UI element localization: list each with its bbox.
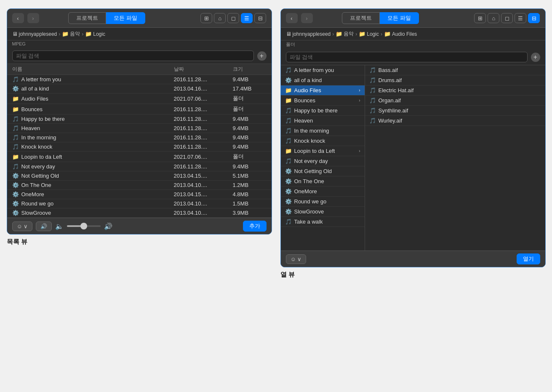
list-row[interactable]: 🎵 Happy to be there 2016.11.28.... 9.4MB bbox=[7, 115, 272, 124]
col-file-icon: 📁 bbox=[285, 87, 292, 93]
col-row[interactable]: 🎵 Take a walk bbox=[281, 217, 365, 227]
doc-view-btn[interactable]: ◻ bbox=[227, 13, 239, 23]
action-btn[interactable]: ☺ ∨ bbox=[12, 221, 33, 231]
col-row[interactable]: 🎵 Organ.aif bbox=[365, 96, 545, 106]
speaker-btn[interactable]: 🔊 bbox=[36, 221, 52, 231]
tab-all-files[interactable]: 모든 파일 bbox=[106, 12, 145, 24]
col-row[interactable]: 🎵 In the morning bbox=[281, 126, 365, 136]
list-row[interactable]: ⚙️ all of a kind 2013.04.16.... 17.4MB bbox=[7, 84, 272, 93]
col-tab-project[interactable]: 프로젝트 bbox=[342, 12, 380, 24]
col-row[interactable]: 🎵 Bass.aif bbox=[365, 65, 545, 75]
list-row[interactable]: 📁 Loopin to da Left 2021.07.06.... 폴더 bbox=[7, 152, 272, 162]
volume-slider[interactable] bbox=[67, 225, 101, 227]
col-crumb-user[interactable]: 🖥 johnnyappleseed bbox=[286, 31, 331, 37]
list-body: 🎵 A letter from you 2016.11.28.... 9.4MB… bbox=[7, 75, 272, 218]
col-col-view-btn[interactable]: ⊟ bbox=[528, 13, 540, 23]
col-audio-icon: 📁 bbox=[384, 31, 391, 37]
col-crumb-audio[interactable]: 📁 Audio Files bbox=[384, 31, 417, 37]
list-row[interactable]: ⚙️ Round we go 2013.04.10.... 1.5MB bbox=[7, 199, 272, 208]
col-add-search-btn[interactable]: + bbox=[531, 53, 540, 62]
list-cell-size: 폴더 bbox=[233, 95, 267, 102]
list-row[interactable]: ⚙️ On The One 2013.04.10.... 1.2MB bbox=[7, 181, 272, 190]
list-view-btn[interactable]: ☰ bbox=[241, 13, 253, 23]
list-row[interactable]: 🎵 Heaven 2016.11.28.... 9.4MB bbox=[7, 124, 272, 133]
forward-button[interactable]: › bbox=[27, 13, 39, 23]
list-row[interactable]: ⚙️ SlowGroove 2013.04.10.... 3.9MB bbox=[7, 208, 272, 218]
music-folder-icon: 📁 bbox=[62, 31, 69, 37]
col-row[interactable]: 📁 Bounces › bbox=[281, 96, 365, 106]
icon-view-btn[interactable]: ⊞ bbox=[200, 13, 212, 23]
col-row[interactable]: 🎵 Knock knock bbox=[281, 136, 365, 146]
home-view-btn[interactable]: ⌂ bbox=[214, 13, 226, 23]
col-breadcrumb: 🖥 johnnyappleseed › 📁 음악 › 📁 Logic › bbox=[286, 30, 540, 37]
add-search-btn[interactable]: + bbox=[257, 51, 267, 61]
tab-project[interactable]: 프로젝트 bbox=[68, 12, 106, 24]
list-cell-size: 17.4MB bbox=[233, 85, 267, 92]
list-row[interactable]: ⚙️ OneMore 2013.04.15.... 4.8MB bbox=[7, 190, 272, 199]
col-row[interactable]: 🎵 Wurley.aif bbox=[365, 116, 545, 126]
list-row[interactable]: 📁 Audio Files 2021.07.06.... 폴더 bbox=[7, 93, 272, 104]
list-cell-name: 🎵 A letter from you bbox=[12, 76, 174, 83]
name-header[interactable]: 이름 bbox=[12, 66, 174, 73]
col-row[interactable]: 🎵 Electric Hat.aif bbox=[365, 85, 545, 96]
breadcrumb-bar: 🖥 johnnyappleseed › 📁 음악 › 📁 Logic bbox=[7, 28, 272, 40]
column-view-window: ‹ › 프로젝트 모든 파일 ⊞ ⌂ ◻ ☰ ⊟ 🖥 bbox=[280, 8, 546, 267]
col-icon-view-btn[interactable]: ⊞ bbox=[474, 13, 486, 23]
list-row[interactable]: ⚙️ Not Getting Old 2013.04.15.... 5.1MB bbox=[7, 171, 272, 181]
col-search-input[interactable] bbox=[286, 52, 528, 62]
col-doc-view-btn[interactable]: ◻ bbox=[501, 13, 513, 23]
col-breadcrumb-bar: 🖥 johnnyappleseed › 📁 음악 › 📁 Logic › bbox=[281, 28, 545, 40]
col-row[interactable]: 🎵 Heaven bbox=[281, 116, 365, 126]
back-button[interactable]: ‹ bbox=[12, 13, 24, 23]
col-home-view-btn[interactable]: ⌂ bbox=[488, 13, 499, 23]
list-row[interactable]: 🎵 Knock knock 2016.11.28.... 9.4MB bbox=[7, 142, 272, 152]
col-crumb-logic[interactable]: 📁 Logic bbox=[359, 31, 379, 37]
list-cell-size: 9.4MB bbox=[233, 116, 267, 122]
col-row[interactable]: ⚙️ SlowGroove bbox=[281, 207, 365, 217]
col-file-icon: ⚙️ bbox=[285, 77, 292, 83]
col-crumb-music[interactable]: 📁 음악 bbox=[336, 30, 354, 37]
col-forward-button[interactable]: › bbox=[301, 13, 313, 23]
file-icon: 🎵 bbox=[12, 116, 19, 122]
crumb-music[interactable]: 📁 음악 bbox=[62, 30, 80, 37]
col-row[interactable]: 🎵 A letter from you bbox=[281, 65, 365, 75]
file-icon: ⚙️ bbox=[12, 200, 19, 207]
col-list-view-btn[interactable]: ☰ bbox=[515, 13, 526, 23]
column-view-btn[interactable]: ⊟ bbox=[254, 13, 266, 23]
col-row[interactable]: 🎵 Drums.aif bbox=[365, 75, 545, 85]
list-cell-size: 5.1MB bbox=[233, 173, 267, 179]
list-row[interactable]: 🎵 In the morning 2016.11.28.... 9.4MB bbox=[7, 133, 272, 142]
list-row[interactable]: 🎵 A letter from you 2016.11.28.... 9.4MB bbox=[7, 75, 272, 84]
col-tab-all-files[interactable]: 모든 파일 bbox=[380, 12, 419, 24]
col-row[interactable]: ⚙️ Round we go bbox=[281, 197, 365, 207]
col-search-bar: + bbox=[281, 49, 545, 65]
add-btn[interactable]: 추가 bbox=[243, 221, 267, 232]
list-row[interactable]: 📁 Bounces 2016.11.28.... 폴더 bbox=[7, 104, 272, 115]
col-row[interactable]: 📁 Audio Files › bbox=[281, 85, 365, 96]
col-row[interactable]: 🎵 Happy to be there bbox=[281, 106, 365, 116]
crumb-user[interactable]: 🖥 johnnyappleseed bbox=[12, 31, 57, 37]
col-row[interactable]: ⚙️ On The One bbox=[281, 176, 365, 187]
col-toolbar: ‹ › 프로젝트 모든 파일 ⊞ ⌂ ◻ ☰ ⊟ bbox=[281, 9, 545, 28]
col-row[interactable]: ⚙️ OneMore bbox=[281, 187, 365, 197]
list-row[interactable]: 🎵 Not every day 2016.11.28.... 9.4MB bbox=[7, 162, 272, 171]
list-view-window: ‹ › 프로젝트 모든 파일 ⊞ ⌂ ◻ ☰ ⊟ 🖥 bbox=[7, 8, 272, 235]
list-cell-name: ⚙️ On The One bbox=[12, 182, 174, 188]
col-row[interactable]: 🎵 Not every day bbox=[281, 156, 365, 166]
crumb-logic[interactable]: 📁 Logic bbox=[85, 31, 105, 37]
volume-icon-high: 🔊 bbox=[104, 222, 112, 230]
col-action-btn[interactable]: ☺ ∨ bbox=[286, 254, 307, 264]
list-cell-date: 2016.11.28.... bbox=[174, 163, 233, 170]
col-row[interactable]: 🎵 Synthline.aif bbox=[365, 106, 545, 116]
list-view-label: 목록 뷰 bbox=[7, 238, 27, 246]
search-input[interactable] bbox=[12, 51, 254, 61]
col-view-icons: ⊞ ⌂ ◻ ☰ ⊟ bbox=[474, 13, 540, 23]
col-row[interactable]: 📁 Loopin to da Left › bbox=[281, 146, 365, 156]
col-row[interactable]: ⚙️ Not Getting Old bbox=[281, 166, 365, 176]
col-row[interactable]: ⚙️ all of a kind bbox=[281, 75, 365, 85]
col-back-button[interactable]: ‹ bbox=[286, 13, 298, 23]
list-cell-date: 2016.11.28.... bbox=[174, 144, 233, 150]
list-cell-size: 폴더 bbox=[233, 105, 267, 113]
open-btn[interactable]: 열기 bbox=[517, 253, 540, 264]
list-cell-size: 9.4MB bbox=[233, 144, 267, 150]
